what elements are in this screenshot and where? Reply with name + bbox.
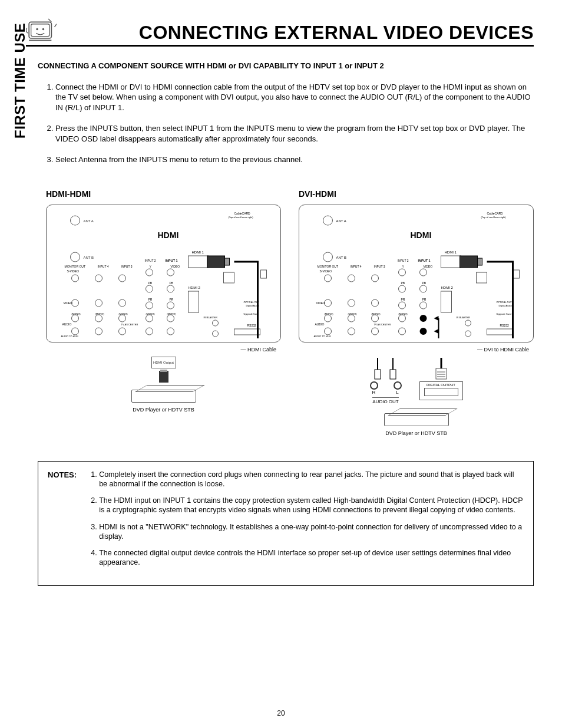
svg-rect-46: [234, 329, 260, 335]
svg-rect-116: [375, 370, 381, 379]
svg-text:(Top of card faces right): (Top of card faces right): [481, 216, 507, 219]
svg-point-89: [348, 328, 355, 335]
main-content: CONNECTING A COMPONENT SOURCE WITH HDMI …: [38, 61, 534, 586]
svg-text:OPTICAL OUT: OPTICAL OUT: [497, 301, 513, 304]
svg-text:(MONO): (MONO): [167, 312, 177, 315]
step-item: Connect the HDMI or DVI to HDMI connecti…: [55, 82, 534, 113]
diagram-title: DVI-HDMI: [299, 189, 534, 200]
svg-rect-117: [390, 370, 396, 379]
svg-text:PR: PR: [422, 298, 427, 301]
svg-point-27: [119, 315, 126, 322]
svg-text:VIDEO: VIDEO: [424, 265, 433, 268]
svg-point-4: [71, 216, 80, 225]
audio-l-label: L: [394, 390, 402, 396]
svg-point-3: [42, 28, 44, 30]
note-item: Completely insert the connection cord pl…: [99, 470, 524, 489]
hdmi-logo: HDMI: [158, 230, 179, 240]
svg-rect-48: [225, 258, 230, 265]
svg-text:VIDEO: VIDEO: [316, 301, 326, 305]
diagram-title: HDMI-HDMI: [46, 189, 281, 200]
dvi-plug-icon: [432, 357, 450, 380]
svg-point-26: [95, 315, 103, 322]
svg-text:ANT A: ANT A: [336, 219, 346, 223]
svg-text:AUDIO: AUDIO: [315, 322, 325, 326]
svg-text:(MONO): (MONO): [372, 312, 381, 315]
step-list: Connect the HDMI or DVI to HDMI connecti…: [38, 82, 534, 165]
label-ant-b: ANT B: [84, 256, 94, 259]
hdmi-plug-icon: [153, 370, 174, 384]
tv-back-panel: ANT A ANT B HDMI HDMI 1 HDMI 2 MONITOR O…: [46, 205, 281, 342]
svg-point-24: [167, 302, 174, 309]
hdmi-output-port: HDMI Output: [151, 357, 176, 368]
page-number: 20: [0, 709, 562, 717]
svg-rect-6: [189, 256, 209, 268]
svg-point-83: [420, 302, 427, 309]
page-header: CONNECTING EXTERNAL VIDEO DEVICES: [26, 18, 534, 47]
svg-text:(MONO): (MONO): [146, 312, 156, 315]
svg-rect-114: [460, 256, 478, 268]
svg-point-2: [36, 28, 38, 30]
svg-rect-49: [159, 371, 168, 383]
label-video-row: VIDEO: [64, 301, 73, 305]
label-monitor-out: MONITOR OUT: [65, 265, 85, 268]
audio-r-label: R: [370, 390, 378, 396]
label-rs232: RS232: [247, 324, 257, 327]
svg-point-51: [323, 216, 333, 225]
svg-text:(MONO): (MONO): [348, 312, 358, 315]
svg-point-92: [420, 315, 427, 322]
svg-text:Upgrade Card: Upgrade Card: [497, 312, 511, 315]
svg-point-74: [372, 275, 379, 282]
svg-text:Digital Audio: Digital Audio: [499, 304, 513, 307]
svg-point-5: [71, 252, 80, 262]
svg-text:(MONO): (MONO): [72, 312, 81, 315]
svg-point-76: [348, 299, 355, 307]
svg-point-75: [325, 299, 332, 307]
svg-point-86: [372, 315, 379, 322]
diagram-row: HDMI-HDMI ANT A ANT B HDMI HDMI 1 HDMI 2: [46, 189, 534, 437]
svg-point-22: [167, 285, 174, 292]
svg-text:PB: PB: [401, 281, 405, 285]
label-audio-to-hifi: AUDIO TO HI-FI: [61, 335, 78, 338]
svg-text:INPUT 4: INPUT 4: [351, 265, 362, 268]
dvd-player-icon: [131, 385, 196, 403]
svg-point-20: [167, 269, 174, 276]
note-item: HDMI is not a "NETWORK" technology. It e…: [99, 522, 524, 542]
diagram-hdmi-hdmi: HDMI-HDMI ANT A ANT B HDMI HDMI 1 HDMI 2: [46, 189, 281, 437]
svg-text:PB: PB: [170, 281, 174, 285]
svg-point-30: [72, 328, 79, 335]
svg-rect-42: [224, 272, 234, 283]
svg-point-78: [399, 269, 406, 276]
svg-text:INPUT 2: INPUT 2: [398, 259, 409, 262]
svg-text:PR: PR: [401, 298, 405, 301]
label-video-col: VIDEO: [171, 265, 180, 268]
svg-rect-105: [477, 272, 487, 283]
label-ir-blaster: IR BLASTER: [204, 316, 217, 319]
svg-point-77: [372, 299, 379, 307]
svg-point-34: [167, 328, 174, 335]
notes-label: NOTES:: [48, 470, 77, 575]
svg-text:TV AS CENTER: TV AS CENTER: [374, 323, 391, 326]
svg-text:RS232: RS232: [500, 324, 510, 327]
notes-box: NOTES: Completely insert the connection …: [38, 461, 534, 586]
audio-out-label: AUDIO OUT: [372, 397, 398, 406]
svg-point-87: [399, 315, 406, 322]
svg-rect-104: [514, 270, 520, 278]
svg-text:HDMI 1: HDMI 1: [445, 251, 457, 254]
bottom-device: DVD Player or HDTV STB: [299, 409, 534, 437]
svg-point-23: [146, 302, 153, 309]
step-item: Press the INPUTS button, then select INP…: [55, 123, 534, 144]
svg-point-80: [399, 285, 406, 292]
svg-point-88: [325, 328, 332, 335]
dvd-player-icon: [384, 409, 449, 426]
svg-point-28: [146, 315, 153, 322]
cable-label: — HDMI Cable: [46, 346, 276, 353]
svg-rect-118: [436, 368, 447, 379]
label-input1: INPUT 1: [166, 259, 178, 262]
label-input3: INPUT 3: [121, 265, 133, 268]
label-hdmi1: HDMI 1: [192, 251, 204, 254]
svg-text:(MONO): (MONO): [95, 312, 105, 315]
svg-point-109: [465, 320, 471, 326]
svg-point-72: [325, 275, 332, 282]
svg-point-32: [119, 328, 126, 335]
svg-text:MONITOR OUT: MONITOR OUT: [318, 265, 338, 268]
